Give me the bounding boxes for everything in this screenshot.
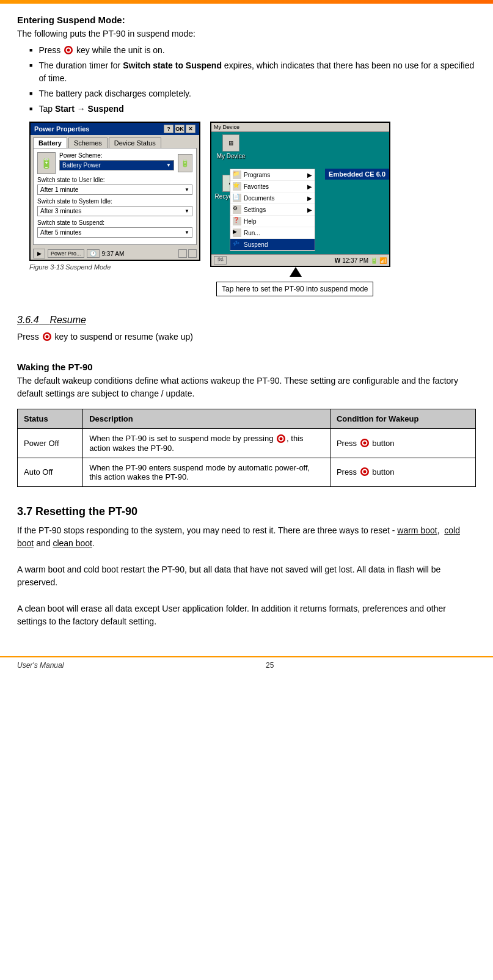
resume-para1: Press key to suspend or resume (wake up) bbox=[17, 331, 476, 343]
bullet-2: The duration timer for Switch state to S… bbox=[29, 59, 476, 85]
arrow-documents: ▶ bbox=[307, 195, 312, 202]
power-icon-cond2 bbox=[360, 467, 369, 476]
dialog-footer-left: ▶ Power Pro... 🕐 9:37 AM bbox=[33, 249, 124, 258]
dialog-ok-btn[interactable]: OK bbox=[175, 125, 184, 133]
taskbar-time-icon: 🕐 bbox=[87, 249, 100, 258]
menu-icon-run: ▶ bbox=[233, 229, 241, 237]
start-flag-icon: 🏁 bbox=[217, 257, 224, 263]
power-icon-resume bbox=[43, 332, 51, 341]
taskbar-icon-2 bbox=[188, 249, 197, 258]
dialog-close-btn[interactable]: ✕ bbox=[186, 125, 195, 133]
tab-schemes[interactable]: Schemes bbox=[68, 137, 108, 148]
waking-para: The default wakeup conditions define wha… bbox=[17, 375, 476, 400]
col-header-status: Status bbox=[18, 409, 83, 429]
taskbar-battery-icon: 🔋 bbox=[370, 257, 378, 264]
table-row-auto-off: Auto Off When the PT-90 enters suspend m… bbox=[18, 458, 476, 486]
power-icon-cond1 bbox=[360, 439, 369, 447]
desktop-taskbar-top: My Device bbox=[211, 123, 389, 132]
section-364-title: 3.6.4 Resume bbox=[17, 315, 476, 326]
my-device-label: My Device bbox=[214, 124, 239, 130]
power-properties-dialog: Power Properties ? OK ✕ Battery Schemes … bbox=[29, 122, 200, 261]
waking-title: Waking the PT-90 bbox=[17, 362, 476, 372]
arrow-favorites: ▶ bbox=[307, 183, 312, 190]
menu-icon-help: ❓ bbox=[233, 217, 241, 225]
taskbar-bottom-right: W 12:37 PM 🔋 📶 bbox=[335, 257, 387, 264]
power-icon-1 bbox=[64, 46, 73, 54]
menu-icon-programs: 📁 bbox=[233, 170, 241, 179]
warm-boot-link[interactable]: warm boot bbox=[397, 525, 437, 535]
desktop-area: 🖥 My Device ♻ Recycle Bin 📁 Programs ▶ bbox=[211, 132, 389, 254]
clean-boot-link[interactable]: clean boot bbox=[53, 538, 92, 548]
callout-arrow bbox=[290, 267, 302, 277]
switch-suspend-dropdown[interactable]: After 5 minutes ▼ bbox=[37, 227, 192, 238]
dialog-titlebar-buttons: ? OK ✕ bbox=[164, 125, 195, 133]
bold-switch-state: Switch state to Suspend bbox=[123, 60, 222, 70]
cond-power-off: Press button bbox=[330, 429, 475, 458]
cond-auto-off: Press button bbox=[330, 458, 475, 486]
dialog-tabs: Battery Schemes Device Status bbox=[31, 135, 199, 148]
switch-user-idle-label: Switch state to User Idle: bbox=[37, 177, 192, 183]
battery-icon: 🔋 bbox=[37, 152, 56, 174]
desc-auto-off: When the PT-90 enters suspend mode by au… bbox=[83, 458, 330, 486]
start-icon-small: ▶ bbox=[33, 249, 45, 258]
switch-system-idle-value: After 3 minutes bbox=[40, 208, 81, 214]
menu-item-run[interactable]: ▶ Run... bbox=[230, 227, 315, 239]
section-364-heading: Resume bbox=[49, 315, 86, 325]
dialog-help-btn[interactable]: ? bbox=[164, 125, 173, 133]
start-button[interactable]: 🏁 bbox=[214, 256, 227, 265]
menu-icon-documents: 📄 bbox=[233, 194, 241, 202]
start-menu: 📁 Programs ▶ ⭐ Favorites ▶ 📄 Documents bbox=[230, 169, 315, 251]
figure-left: Power Properties ? OK ✕ Battery Schemes … bbox=[29, 122, 200, 271]
menu-icon-suspend: 💤 bbox=[233, 240, 241, 249]
switch-user-idle-dropdown[interactable]: After 1 minute ▼ bbox=[37, 185, 192, 195]
embedded-badge: Embedded CE 6.0 bbox=[325, 169, 389, 180]
my-device-img: 🖥 bbox=[222, 134, 239, 152]
figure-right-container: My Device 🖥 My Device ♻ Recycle Bin bbox=[210, 122, 390, 296]
figures-row: Power Properties ? OK ✕ Battery Schemes … bbox=[29, 122, 476, 296]
power-scheme-group: Power Scheme: Battery Power ▼ bbox=[59, 152, 174, 174]
taskbar-time: 9:37 AM bbox=[102, 250, 125, 257]
section-37-para2: A warm boot and cold boot restart the PT… bbox=[17, 563, 476, 589]
section-37: 3.7 Resetting the PT-90 If the PT-90 sto… bbox=[17, 505, 476, 628]
power-scheme-value: Battery Power bbox=[62, 162, 101, 169]
col-header-description: Description bbox=[83, 409, 330, 429]
menu-item-documents[interactable]: 📄 Documents ▶ bbox=[230, 192, 315, 204]
dropdown-arrow-4: ▼ bbox=[184, 230, 189, 235]
entering-suspend-intro: The following puts the PT-90 in suspend … bbox=[17, 27, 476, 40]
section-37-para1: If the PT-90 stops responding to the sys… bbox=[17, 524, 476, 550]
dropdown-arrow-3: ▼ bbox=[184, 208, 189, 214]
col-header-condition: Condition for Wakeup bbox=[330, 409, 475, 429]
menu-item-settings[interactable]: ⚙ Settings ▶ bbox=[230, 204, 315, 216]
power-pro-taskbar: Power Pro... bbox=[48, 249, 84, 258]
menu-label-favorites: Favorites bbox=[244, 183, 269, 190]
menu-item-programs[interactable]: 📁 Programs ▶ bbox=[230, 169, 315, 181]
power-scheme-dropdown[interactable]: Battery Power ▼ bbox=[59, 160, 174, 170]
switch-suspend-value: After 5 minutes bbox=[40, 229, 81, 236]
wakeup-table: Status Description Condition for Wakeup … bbox=[17, 409, 476, 487]
power-scheme-label: Power Scheme: bbox=[59, 152, 174, 159]
menu-item-favorites[interactable]: ⭐ Favorites ▶ bbox=[230, 181, 315, 192]
menu-item-help[interactable]: ❓ Help bbox=[230, 216, 315, 227]
bullet-1: Press key while the unit is on. bbox=[29, 44, 476, 57]
figure-caption-left: Figure 3-13 Suspend Mode bbox=[29, 263, 111, 271]
entering-suspend-title: Entering Suspend Mode: bbox=[17, 15, 476, 25]
taskbar-right-icons bbox=[178, 249, 197, 258]
desktop-box: My Device 🖥 My Device ♻ Recycle Bin bbox=[210, 122, 390, 267]
switch-system-idle-dropdown[interactable]: After 3 minutes ▼ bbox=[37, 206, 192, 216]
menu-label-suspend: Suspend bbox=[244, 241, 268, 248]
tab-battery[interactable]: Battery bbox=[33, 137, 67, 148]
dropdown-arrow-2: ▼ bbox=[184, 187, 189, 192]
menu-icon-favorites: ⭐ bbox=[233, 182, 241, 191]
dropdown-arrow-1: ▼ bbox=[166, 163, 171, 168]
menu-item-suspend[interactable]: 💤 Suspend bbox=[230, 239, 315, 250]
section-37-para3: A clean boot will erase all data except … bbox=[17, 602, 476, 628]
tab-device-status[interactable]: Device Status bbox=[109, 137, 161, 148]
switch-user-idle-value: After 1 minute bbox=[40, 186, 78, 193]
status-power-off: Power Off bbox=[18, 429, 83, 458]
footer-page-number: 25 bbox=[266, 661, 274, 670]
menu-label-help: Help bbox=[244, 218, 257, 225]
bold-start-suspend: Start → Suspend bbox=[55, 104, 124, 114]
desktop-taskbar-time: 12:37 PM bbox=[342, 257, 368, 264]
switch-suspend-label: Switch state to Suspend: bbox=[37, 219, 192, 226]
dialog-body: 🔋 Power Scheme: Battery Power ▼ 🔋 Switch… bbox=[33, 148, 197, 245]
